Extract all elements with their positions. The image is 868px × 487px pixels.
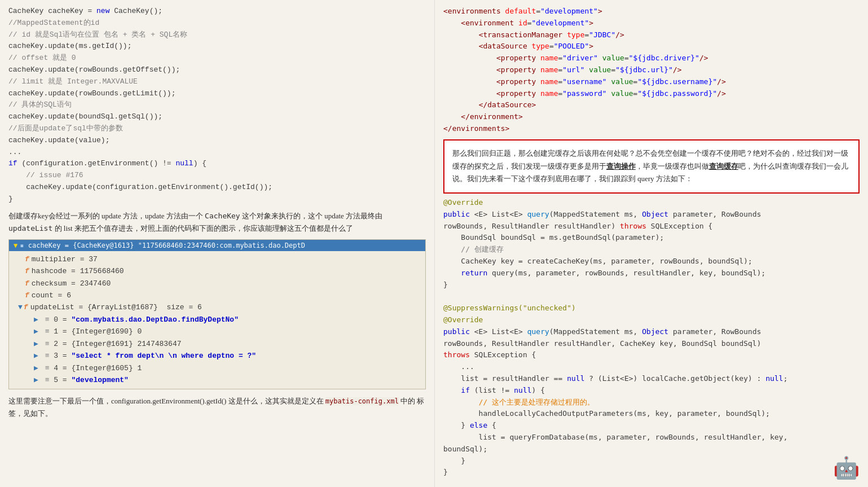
code-line: if (configuration.getEnvironment() != nu… xyxy=(8,158,426,170)
code-line: throws SQLException { xyxy=(443,349,860,361)
code-line: CacheKey cacheKey = new CacheKey(); xyxy=(8,6,426,17)
debug-field-updatelist: ▼ f updateList = {ArrayList@1687} size =… xyxy=(14,301,421,313)
debug-arr-4: ▶ ≡ 4 = {Integer@1605} 1 xyxy=(14,362,421,374)
bottom-note: 这里需要注意一下最后一个值，configuration.getEnvironme… xyxy=(8,395,426,420)
debug-arr-3: ▶ ≡ 3 = "select * from dept\n \n where d… xyxy=(14,350,421,362)
debug-field-count: f count = 6 xyxy=(14,289,421,301)
code-line: } xyxy=(8,194,426,205)
code-line: // limit 就是 Integer.MAXVALUE xyxy=(8,76,426,88)
code-line: cacheKey.update(value); xyxy=(8,135,426,147)
code-line: @SuppressWarnings("unchecked") xyxy=(443,302,860,314)
right-panel: <environments default="development"> <en… xyxy=(434,0,868,487)
code-line: cacheKey.update(configuration.getEnviron… xyxy=(8,182,426,194)
code-line xyxy=(443,291,860,302)
code-line: CacheKey key = createCacheKey(ms, parame… xyxy=(443,256,860,267)
code-line: // 创建缓存 xyxy=(443,244,860,256)
code-line: cacheKey.update(rowBounds.getLimit()); xyxy=(8,88,426,100)
code-line: //后面是update了sql中带的参数 xyxy=(8,123,426,135)
code-line: // 这个主要是处理存储过程用的。 xyxy=(443,397,860,409)
debug-field-multiplier: f multiplier = 37 xyxy=(14,253,421,265)
code-line: if (list != null) { xyxy=(443,385,860,397)
xml-line: </environment> xyxy=(443,111,860,123)
code-line: cacheKey.update(rowBounds.getOffset()); xyxy=(8,64,426,76)
code-line: list = resultHandler == null ? (List<E>)… xyxy=(443,373,860,385)
xml-line: <dataSource type="POOLED"> xyxy=(443,41,860,52)
code-line: //MappedStatement的id xyxy=(8,17,426,29)
xml-line: <property name="driver" value="${jdbc.dr… xyxy=(443,52,860,64)
xml-line: </environments> xyxy=(443,123,860,135)
xml-line: <environments default="development"> xyxy=(443,6,860,17)
debug-title: cacheKey = {CacheKey@1613} "1175668460:2… xyxy=(28,242,305,249)
code-line: return query(ms, parameter, rowBounds, r… xyxy=(443,267,860,279)
xml-line: <property name="url" value="${jdbc.url}"… xyxy=(443,64,860,76)
code-line: } xyxy=(443,467,860,479)
debug-header: ▼ ▪ cacheKey = {CacheKey@1613} "11756684… xyxy=(9,240,425,251)
java-code-block: @Override public <E> List<E> query(Mappe… xyxy=(443,197,860,479)
xml-block: <environments default="development"> <en… xyxy=(443,6,860,135)
code-line: ... xyxy=(8,147,426,159)
code-line: public <E> List<E> query(MappedStatement… xyxy=(443,209,860,221)
xml-line: <environment id="development"> xyxy=(443,17,860,29)
debug-field-checksum: f checksum = 2347460 xyxy=(14,278,421,289)
code-line: handleLocallyCachedOutputParameters(ms, … xyxy=(443,408,860,420)
debug-field-hashcode: f hashcode = 1175668460 xyxy=(14,265,421,277)
code-line: // offset 就是 0 xyxy=(8,52,426,64)
debug-arr-1: ▶ ≡ 1 = {Integer@1690} 0 xyxy=(14,326,421,337)
code-line: list = queryFromDatabase(ms, parameter, … xyxy=(443,432,860,444)
debug-arr-2: ▶ ≡ 2 = {Integer@1691} 2147483647 xyxy=(14,338,421,350)
code-line: } xyxy=(443,279,860,291)
xml-line: <property name="username" value="${jdbc.… xyxy=(443,76,860,88)
code-line: rowBounds, ResultHandler resultHandler, … xyxy=(443,338,860,350)
code-line: cacheKey.update(boundSql.getSql()); xyxy=(8,111,426,123)
code-line: cacheKey.update(ms.getId()); xyxy=(8,41,426,52)
callout-emphasis-1: 查询操作 xyxy=(606,162,636,170)
xml-line: <transactionManager type="JDBC"/> xyxy=(443,29,860,41)
code-line: } xyxy=(443,455,860,467)
code-line: BoundSql boundSql = ms.getBoundSql(param… xyxy=(443,232,860,244)
callout-emphasis-2: 查询缓存 xyxy=(709,162,738,170)
debug-content: f multiplier = 37 f hashcode = 117566846… xyxy=(9,251,425,389)
code-line: @Override xyxy=(443,314,860,326)
code-line: // issue #176 xyxy=(8,170,426,182)
code-line: // 具体的SQL语句 xyxy=(8,99,426,111)
xml-line: </dataSource> xyxy=(443,99,860,111)
code-line: @Override xyxy=(443,197,860,209)
code-line: // id 就是Sql语句在位置 包名 + 类名 + SQL名称 xyxy=(8,29,426,41)
debug-panel: ▼ ▪ cacheKey = {CacheKey@1613} "11756684… xyxy=(8,239,426,389)
minion-icon: 🤖 xyxy=(833,455,860,481)
code-line: public <E> List<E> query(MappedStatement… xyxy=(443,326,860,338)
debug-arr-5: ▶ ≡ 5 = "development" xyxy=(14,374,421,386)
callout-box: 那么我们回归正题，那么创建完缓存之后该用在何处呢？总不会凭空创建一个缓存不使用吧… xyxy=(443,139,860,194)
code-line: boundSql); xyxy=(443,444,860,455)
code-line: rowBounds, ResultHandler resultHandler) … xyxy=(443,221,860,232)
description-text: 创建缓存key会经过一系列的 update 方法，update 方法由一个 Ca… xyxy=(8,210,426,235)
debug-arr-0: ▶ ≡ 0 = "com.mybatis.dao.DeptDao.findByD… xyxy=(14,314,421,326)
debug-icon: ▪ xyxy=(20,242,24,249)
expand-arrow: ▼ xyxy=(14,242,17,249)
xml-line: <property name="password" value="${jdbc.… xyxy=(443,88,860,100)
code-line: ... xyxy=(443,361,860,373)
code-block-top: CacheKey cacheKey = new CacheKey(); //Ma… xyxy=(8,6,426,205)
code-line: } else { xyxy=(443,420,860,432)
left-panel: CacheKey cacheKey = new CacheKey(); //Ma… xyxy=(0,0,434,487)
